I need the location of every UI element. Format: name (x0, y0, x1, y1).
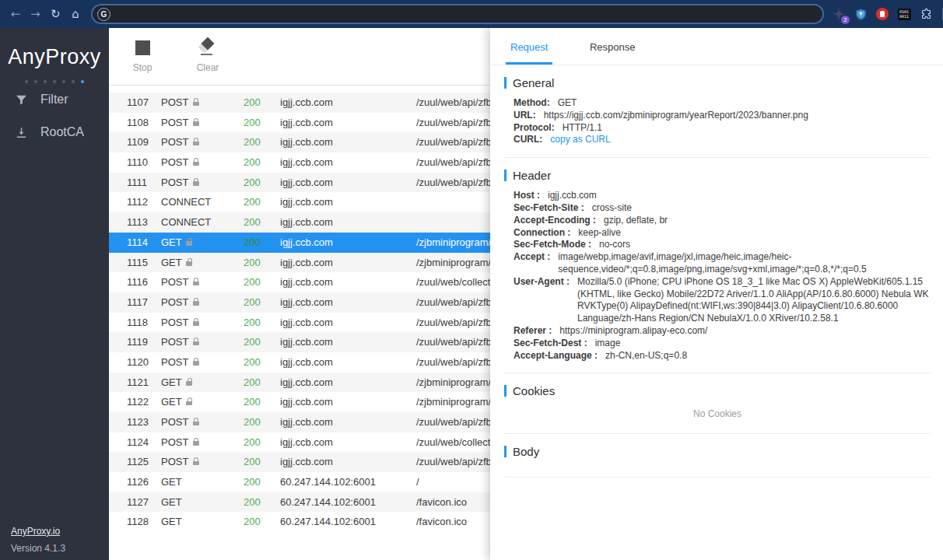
copy-as-curl-link[interactable]: copy as CURL (550, 134, 931, 146)
header-value: image/webp,image/avif,image/jxl,image/he… (558, 251, 931, 276)
lock-icon (192, 118, 199, 126)
lock-icon (186, 238, 193, 246)
curl-label: CURL: (514, 134, 542, 146)
header-kv-row: Connection :keep-alive (514, 227, 931, 240)
row-status-code: 200 (244, 173, 261, 193)
method-value: GET (558, 97, 931, 110)
header-value: igjj.ccb.com (548, 190, 931, 202)
sidebar-item-label: Filter (40, 93, 68, 107)
row-path: /favicon.ico (416, 492, 467, 513)
row-status-code: 200 (244, 132, 261, 152)
lock-icon (186, 258, 193, 266)
row-host: igjj.ccb.com (280, 292, 333, 313)
extension-badge: 2 (841, 16, 850, 24)
anyproxy-io-link[interactable]: AnyProxy.io (11, 526, 60, 537)
row-status-code: 200 (244, 272, 261, 292)
header-title: Header (504, 158, 931, 182)
cookies-title: Cookies (504, 373, 931, 397)
row-method: CONNECT (161, 192, 211, 212)
row-method: GET (161, 472, 182, 492)
sidebar-item-filter[interactable]: Filter (0, 83, 109, 116)
url-input[interactable] (115, 6, 818, 22)
extension-shield-icon[interactable] (854, 7, 868, 21)
detail-tabs: Request Response (490, 28, 943, 65)
general-url-row: URL: https://igjj.ccb.com/zjbminiprogram… (514, 110, 931, 122)
header-value: https://miniprogram.alipay-eco.com/ (559, 325, 931, 338)
clear-label: Clear (197, 62, 219, 73)
row-status-code: 200 (244, 472, 261, 492)
row-status-code: 200 (244, 233, 261, 253)
row-host: igjj.ccb.com (280, 412, 333, 432)
forward-icon[interactable]: → (26, 4, 45, 24)
row-id: 1108 (127, 113, 149, 133)
url-value: https://igjj.ccb.com/zjbminiprogram/year… (544, 110, 931, 122)
header-value: gzip, deflate, br (604, 215, 931, 227)
method-label: Method: (514, 97, 550, 110)
row-host: igjj.ccb.com (280, 132, 333, 152)
clear-icon (199, 39, 216, 55)
clear-button[interactable]: Clear (185, 39, 230, 73)
tab-request[interactable]: Request (506, 41, 552, 65)
row-id: 1128 (127, 512, 149, 532)
lock-icon (192, 278, 199, 285)
row-host: 60.247.144.102:6001 (280, 472, 376, 492)
row-method: POST (161, 412, 199, 432)
shield-glyph (854, 8, 868, 21)
row-path: /favicon.ico (416, 512, 467, 532)
body-title: Body (504, 434, 931, 458)
header-value: cross-site (592, 202, 931, 215)
row-path: / (416, 472, 419, 492)
row-status-code: 200 (244, 352, 261, 373)
stop-label: Stop (133, 62, 152, 73)
lock-icon (192, 358, 199, 366)
row-id: 1119 (127, 332, 148, 352)
header-items: Host :igjj.ccb.comSec-Fetch-Site :cross-… (514, 190, 931, 362)
row-status-code: 200 (244, 152, 261, 173)
row-status-code: 200 (244, 373, 261, 393)
general-section: General Method: GET URL: https://igjj.cc… (504, 65, 931, 158)
row-id: 1109 (127, 132, 149, 152)
lock-icon (192, 418, 199, 425)
header-kv-row: Accept-Language :zh-CN,en-US;q=0.8 (514, 350, 931, 362)
row-host: igjj.ccb.com (280, 392, 333, 412)
row-method: GET (161, 233, 193, 253)
header-kv-row: Accept :image/webp,image/avif,image/jxl,… (514, 251, 931, 276)
row-host: igjj.ccb.com (280, 313, 333, 333)
row-status-code: 200 (244, 432, 261, 453)
row-host: igjj.ccb.com (280, 332, 333, 352)
row-method: POST (161, 313, 199, 333)
row-id: 1107 (127, 93, 149, 113)
row-id: 1125 (127, 452, 149, 472)
header-key: Accept-Language : (514, 350, 598, 362)
extensions-puzzle-icon[interactable] (919, 7, 933, 21)
extension-binary-icon[interactable]: 01010011 (897, 7, 911, 21)
puzzle-glyph (920, 8, 933, 21)
row-method: GET (161, 373, 193, 393)
header-kv-row: Referer :https://miniprogram.alipay-eco.… (514, 325, 931, 338)
app-logo: AnyProxy (0, 45, 109, 69)
row-id: 1117 (127, 292, 148, 313)
tab-response[interactable]: Response (585, 41, 640, 62)
row-host: igjj.ccb.com (280, 152, 333, 173)
protocol-value: HTTP/1.1 (563, 122, 931, 135)
row-method: GET (161, 253, 193, 273)
extension-star-icon[interactable]: 2 (832, 7, 846, 21)
row-id: 1124 (127, 432, 149, 453)
row-method: POST (161, 113, 199, 133)
row-status-code: 200 (244, 192, 261, 212)
header-key: User-Agent : (514, 276, 570, 325)
row-status-code: 200 (244, 452, 261, 472)
reload-icon[interactable]: ↻ (47, 4, 65, 24)
section-bar (504, 170, 507, 181)
back-icon[interactable]: ← (6, 4, 25, 24)
extension-adblock-icon[interactable] (875, 7, 889, 21)
sidebar-item-rootca[interactable]: RootCA (0, 116, 109, 149)
row-host: igjj.ccb.com (280, 272, 333, 292)
header-key: Referer : (514, 325, 552, 338)
anyproxy-app: ← → ↻ ⌂ G 2 01010011 (0, 0, 943, 560)
row-method: GET (161, 392, 193, 412)
header-kv-row: User-Agent :Mozilla/5.0 (iPhone; CPU iPh… (514, 276, 931, 325)
stop-button[interactable]: Stop (120, 39, 165, 73)
home-icon[interactable]: ⌂ (66, 4, 85, 24)
address-bar[interactable]: G (91, 4, 824, 24)
